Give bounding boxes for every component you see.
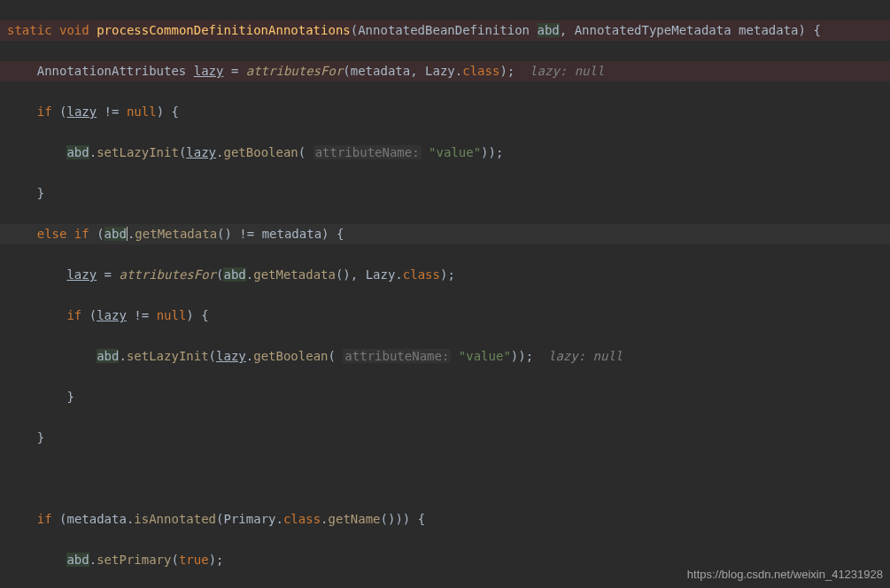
method-call: getName (329, 512, 381, 526)
inline-hint: lazy: null (548, 349, 623, 363)
kw-class: class (403, 267, 440, 282)
code-line: abd.setLazyInit(lazy.getBoolean( attribu… (0, 346, 890, 367)
code-line: lazy = attributesFor(abd.getMetadata(), … (0, 265, 890, 285)
kw-class: class (462, 64, 499, 78)
type-primary: Primary (223, 512, 275, 526)
type: AnnotationAttributes (37, 64, 187, 78)
code-line: abd.setLazyInit(lazy.getBoolean( attribu… (0, 143, 890, 163)
kw-if: if (66, 308, 81, 322)
code-line: AnnotationAttributes lazy = attributesFo… (0, 61, 890, 81)
code-line: } (0, 428, 890, 448)
code-line: if (metadata.isAnnotated(Primary.class.g… (0, 509, 890, 530)
watermark-text: https://blog.csdn.net/weixin_41231928 (687, 564, 883, 584)
method-decl: processCommonDefinitionAnnotations (97, 23, 351, 37)
id-metadata: metadata (351, 64, 410, 78)
method-call: getMetadata (253, 267, 336, 282)
id-metadata: metadata (262, 227, 321, 241)
id-abd: abd (66, 553, 89, 567)
kw-null: null (157, 308, 187, 322)
method-call: setLazyInit (127, 349, 209, 363)
param-metadata: metadata (739, 23, 798, 37)
method-call: setPrimary (97, 553, 171, 567)
keyword-static: static (7, 23, 52, 37)
code-line: } (0, 183, 890, 204)
method-call: attributesFor (246, 64, 344, 78)
var-lazy: lazy (186, 145, 216, 159)
code-line: } (0, 387, 890, 407)
method-call: setLazyInit (97, 145, 179, 159)
inline-hint: lazy: null (530, 64, 604, 78)
kw-if: if (37, 512, 52, 526)
id-abd: abd (97, 349, 119, 363)
keyword-void: void (59, 23, 89, 37)
kw-if: if (37, 104, 52, 119)
method-call: getMetadata (135, 227, 217, 241)
id-abd: abd (104, 227, 127, 241)
param-hint: attributeName: (313, 145, 422, 159)
var-lazy: lazy (66, 267, 97, 282)
var-lazy: lazy (66, 104, 97, 119)
code-line: static void processCommonDefinitionAnnot… (0, 20, 890, 41)
var-lazy: lazy (216, 349, 246, 363)
var-lazy: lazy (97, 308, 127, 322)
code-line: if (lazy != null) { (0, 102, 890, 122)
type: AnnotatedBeanDefinition (358, 23, 530, 37)
type: AnnotatedTypeMetadata (575, 23, 731, 37)
type-lazy: Lazy (425, 64, 455, 78)
method-call: getBoolean (223, 145, 298, 159)
id-abd: abd (223, 267, 245, 282)
kw-null: null (127, 104, 157, 119)
method-call: getBoolean (253, 349, 328, 363)
id-metadata: metadata (66, 512, 126, 526)
var-lazy: lazy (194, 64, 224, 78)
code-line-current: else if (abd.getMetadata() != metadata) … (0, 224, 890, 244)
id-abd: abd (66, 145, 89, 159)
code-editor[interactable]: static void processCommonDefinitionAnnot… (0, 0, 890, 588)
param-hint: attributeName: (343, 349, 451, 363)
method-call: isAnnotated (134, 512, 216, 526)
kw-true: true (179, 553, 209, 567)
param-abd: abd (538, 23, 560, 37)
kw-class: class (283, 512, 321, 526)
string-literal: "value" (429, 145, 481, 159)
method-call: attributesFor (119, 267, 216, 282)
code-line (0, 468, 890, 489)
string-literal: "value" (459, 349, 511, 363)
type-lazy: Lazy (366, 267, 396, 282)
kw-elseif: else if (37, 227, 89, 241)
code-line: if (lazy != null) { (0, 306, 890, 326)
